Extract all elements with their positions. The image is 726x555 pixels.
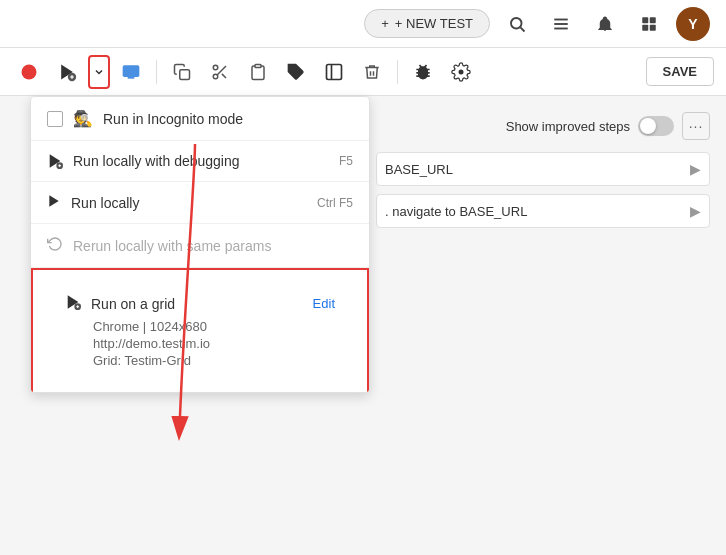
bug-button[interactable] — [406, 55, 440, 89]
show-improved-steps-label: Show improved steps — [506, 119, 630, 134]
step-1-arrow: ▶ — [690, 161, 701, 177]
divider-1 — [156, 60, 157, 84]
new-test-button[interactable]: + + NEW TEST — [364, 9, 490, 38]
svg-rect-6 — [650, 17, 656, 23]
svg-rect-15 — [128, 77, 135, 79]
svg-marker-29 — [49, 195, 58, 207]
step-1-text: BASE_URL — [385, 162, 453, 177]
bug-icon — [413, 62, 433, 82]
svg-rect-8 — [650, 24, 656, 30]
svg-line-1 — [520, 27, 524, 31]
toolbar: SAVE — [0, 48, 726, 96]
svg-rect-16 — [180, 69, 190, 79]
menu-item-grid[interactable]: Run on a grid Edit Chrome | 1024x680 htt… — [31, 268, 369, 392]
svg-point-18 — [213, 74, 218, 79]
grid-content: Run on a grid Edit Chrome | 1024x680 htt… — [49, 282, 351, 380]
chevron-down-icon — [93, 66, 105, 78]
incognito-icon: 🕵 — [73, 109, 93, 128]
main-area: 🕵 Run in Incognito mode Run locally with… — [0, 96, 726, 555]
more-options-label: ··· — [689, 118, 704, 134]
rerun-icon — [47, 236, 63, 255]
grid-view-button[interactable] — [632, 7, 666, 41]
bell-icon — [596, 15, 614, 33]
debug-label: Run locally with debugging — [73, 153, 240, 169]
more-options-button[interactable]: ··· — [682, 112, 710, 140]
delete-button[interactable] — [355, 55, 389, 89]
svg-rect-21 — [255, 64, 261, 67]
frame-icon — [324, 62, 344, 82]
grid-edit-link[interactable]: Edit — [313, 296, 335, 311]
search-icon — [508, 15, 526, 33]
svg-point-9 — [22, 64, 37, 79]
grid-detail-url: http://demo.testim.io — [65, 336, 335, 351]
svg-point-0 — [511, 18, 522, 29]
right-panel: Show improved steps ··· BASE_URL ▶ . nav… — [360, 96, 726, 555]
rerun-label: Rerun locally with same params — [73, 238, 271, 254]
record-button[interactable] — [12, 55, 46, 89]
play-icon — [47, 194, 61, 211]
svg-line-20 — [222, 73, 226, 77]
bell-button[interactable] — [588, 7, 622, 41]
menu-item-rerun: Rerun locally with same params — [31, 224, 369, 268]
screen-icon — [121, 62, 141, 82]
improved-steps-bar: Show improved steps ··· — [376, 112, 710, 140]
svg-rect-23 — [327, 64, 342, 79]
grid-detail-grid: Grid: Testim-Grid — [65, 353, 335, 368]
svg-point-17 — [213, 65, 218, 70]
incognito-label: Run in Incognito mode — [103, 111, 243, 127]
svg-rect-7 — [642, 24, 648, 30]
settings-button[interactable] — [444, 55, 478, 89]
search-button[interactable] — [500, 7, 534, 41]
grid-title: Run on a grid — [91, 296, 175, 312]
toggle-knob — [640, 118, 656, 134]
list-icon — [552, 15, 570, 33]
menu-item-debug[interactable]: Run locally with debugging F5 — [31, 141, 369, 182]
debug-shortcut: F5 — [339, 154, 353, 168]
gear-icon — [451, 62, 471, 82]
improved-steps-toggle[interactable] — [638, 116, 674, 136]
grid-header: Run on a grid Edit — [65, 294, 335, 313]
tag-icon — [286, 62, 306, 82]
play-debug-button[interactable] — [50, 55, 84, 89]
top-nav: + + NEW TEST Y — [0, 0, 726, 48]
list-button[interactable] — [544, 7, 578, 41]
save-label: SAVE — [663, 64, 697, 79]
record-icon — [19, 62, 39, 82]
screen-capture-button[interactable] — [114, 55, 148, 89]
new-test-label: + NEW TEST — [395, 16, 473, 31]
dropdown-menu: 🕵 Run in Incognito mode Run locally with… — [30, 96, 370, 393]
step-item-2[interactable]: . navigate to BASE_URL ▶ — [376, 194, 710, 228]
dropdown-arrow-button[interactable] — [88, 55, 110, 89]
divider-2 — [397, 60, 398, 84]
play-debug-icon — [57, 62, 77, 82]
grid-icon — [640, 15, 658, 33]
copy-button[interactable] — [165, 55, 199, 89]
copy-icon — [173, 63, 191, 81]
tag-button[interactable] — [279, 55, 313, 89]
svg-rect-14 — [123, 65, 140, 77]
clipboard-icon — [249, 63, 267, 81]
step-2-arrow: ▶ — [690, 203, 701, 219]
plus-icon: + — [381, 16, 389, 31]
avatar-letter: Y — [688, 16, 697, 32]
local-shortcut: Ctrl F5 — [317, 196, 353, 210]
debug-play-icon — [47, 153, 63, 169]
frame-button[interactable] — [317, 55, 351, 89]
grid-detail-browser: Chrome | 1024x680 — [65, 319, 335, 334]
step-2-text: . navigate to BASE_URL — [385, 204, 527, 219]
local-label: Run locally — [71, 195, 139, 211]
trash-icon — [363, 63, 381, 81]
save-button[interactable]: SAVE — [646, 57, 714, 86]
cut-button[interactable] — [203, 55, 237, 89]
paste-button[interactable] — [241, 55, 275, 89]
scissors-icon — [211, 63, 229, 81]
svg-rect-5 — [642, 17, 648, 23]
grid-play-icon — [65, 294, 81, 313]
user-avatar[interactable]: Y — [676, 7, 710, 41]
menu-item-incognito[interactable]: 🕵 Run in Incognito mode — [31, 97, 369, 141]
incognito-checkbox[interactable] — [47, 111, 63, 127]
step-item-1[interactable]: BASE_URL ▶ — [376, 152, 710, 186]
menu-item-local[interactable]: Run locally Ctrl F5 — [31, 182, 369, 224]
